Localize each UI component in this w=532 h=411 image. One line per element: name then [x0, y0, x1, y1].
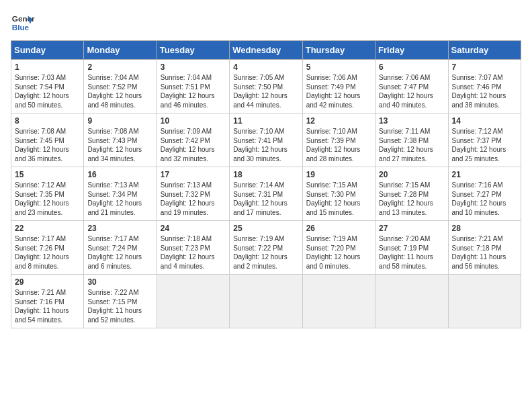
calendar-cell: 30Sunrise: 7:22 AMSunset: 7:15 PMDayligh… — [84, 275, 157, 328]
day-detail: Sunrise: 7:22 AMSunset: 7:15 PMDaylight:… — [87, 289, 142, 324]
day-number: 24 — [161, 224, 226, 233]
day-number: 5 — [306, 62, 372, 72]
day-detail: Sunrise: 7:12 AMSunset: 7:35 PMDaylight:… — [15, 181, 69, 216]
day-detail: Sunrise: 7:13 AMSunset: 7:32 PMDaylight:… — [161, 181, 215, 216]
day-detail: Sunrise: 7:19 AMSunset: 7:20 PMDaylight:… — [306, 235, 361, 270]
day-number: 2 — [87, 62, 153, 72]
day-detail: Sunrise: 7:15 AMSunset: 7:30 PMDaylight:… — [306, 181, 361, 216]
day-header-sunday: Sunday — [11, 41, 84, 60]
calendar-cell: 12Sunrise: 7:10 AMSunset: 7:39 PMDayligh… — [302, 113, 375, 167]
day-detail: Sunrise: 7:06 AMSunset: 7:47 PMDaylight:… — [379, 74, 433, 109]
day-detail: Sunrise: 7:13 AMSunset: 7:34 PMDaylight:… — [87, 181, 142, 216]
day-number: 6 — [379, 62, 445, 72]
day-number: 21 — [452, 170, 518, 179]
day-number: 29 — [15, 277, 81, 287]
calendar-cell: 26Sunrise: 7:19 AMSunset: 7:20 PMDayligh… — [302, 221, 375, 275]
day-detail: Sunrise: 7:04 AMSunset: 7:51 PMDaylight:… — [161, 74, 215, 109]
day-detail: Sunrise: 7:15 AMSunset: 7:28 PMDaylight:… — [379, 181, 433, 216]
day-number: 23 — [87, 224, 153, 233]
calendar-table: SundayMondayTuesdayWednesdayThursdayFrid… — [11, 40, 521, 328]
calendar-cell: 24Sunrise: 7:18 AMSunset: 7:23 PMDayligh… — [157, 221, 229, 275]
logo: General Blue — [11, 11, 35, 35]
calendar-cell: 25Sunrise: 7:19 AMSunset: 7:22 PMDayligh… — [230, 221, 302, 275]
day-number: 1 — [15, 62, 81, 72]
calendar-cell: 28Sunrise: 7:21 AMSunset: 7:18 PMDayligh… — [448, 221, 521, 275]
day-number: 13 — [379, 116, 445, 126]
day-number: 12 — [306, 116, 372, 126]
day-header-thursday: Thursday — [302, 41, 375, 60]
day-detail: Sunrise: 7:21 AMSunset: 7:16 PMDaylight:… — [15, 289, 69, 324]
calendar-cell: 6Sunrise: 7:06 AMSunset: 7:47 PMDaylight… — [375, 60, 448, 113]
calendar-cell: 11Sunrise: 7:10 AMSunset: 7:41 PMDayligh… — [230, 113, 302, 167]
calendar-cell: 8Sunrise: 7:08 AMSunset: 7:45 PMDaylight… — [11, 113, 84, 167]
day-number: 19 — [306, 170, 372, 179]
day-number: 15 — [15, 170, 81, 179]
day-detail: Sunrise: 7:10 AMSunset: 7:41 PMDaylight:… — [233, 128, 287, 163]
calendar-cell: 19Sunrise: 7:15 AMSunset: 7:30 PMDayligh… — [302, 167, 375, 221]
day-number: 11 — [233, 116, 299, 126]
calendar-cell — [448, 275, 521, 328]
calendar-cell: 10Sunrise: 7:09 AMSunset: 7:42 PMDayligh… — [157, 113, 229, 167]
day-detail: Sunrise: 7:17 AMSunset: 7:26 PMDaylight:… — [15, 235, 69, 270]
calendar-cell: 7Sunrise: 7:07 AMSunset: 7:46 PMDaylight… — [448, 60, 521, 113]
day-header-saturday: Saturday — [448, 41, 521, 60]
calendar-cell: 23Sunrise: 7:17 AMSunset: 7:24 PMDayligh… — [84, 221, 157, 275]
day-detail: Sunrise: 7:21 AMSunset: 7:18 PMDaylight:… — [452, 235, 506, 270]
day-number: 17 — [161, 170, 226, 179]
day-number: 14 — [452, 116, 518, 126]
logo-icon: General Blue — [11, 11, 35, 35]
calendar-cell: 9Sunrise: 7:08 AMSunset: 7:43 PMDaylight… — [84, 113, 157, 167]
day-number: 25 — [233, 224, 299, 233]
calendar-cell: 29Sunrise: 7:21 AMSunset: 7:16 PMDayligh… — [11, 275, 84, 328]
calendar-cell: 13Sunrise: 7:11 AMSunset: 7:38 PMDayligh… — [375, 113, 448, 167]
day-number: 4 — [233, 62, 299, 72]
day-number: 10 — [161, 116, 226, 126]
day-number: 27 — [379, 224, 445, 233]
calendar-cell: 22Sunrise: 7:17 AMSunset: 7:26 PMDayligh… — [11, 221, 84, 275]
day-detail: Sunrise: 7:19 AMSunset: 7:22 PMDaylight:… — [233, 235, 287, 270]
day-detail: Sunrise: 7:17 AMSunset: 7:24 PMDaylight:… — [87, 235, 142, 270]
day-detail: Sunrise: 7:07 AMSunset: 7:46 PMDaylight:… — [452, 74, 506, 109]
calendar-cell: 17Sunrise: 7:13 AMSunset: 7:32 PMDayligh… — [157, 167, 229, 221]
day-number: 8 — [15, 116, 81, 126]
calendar-cell: 20Sunrise: 7:15 AMSunset: 7:28 PMDayligh… — [375, 167, 448, 221]
day-detail: Sunrise: 7:05 AMSunset: 7:50 PMDaylight:… — [233, 74, 287, 109]
calendar-cell: 3Sunrise: 7:04 AMSunset: 7:51 PMDaylight… — [157, 60, 229, 113]
calendar-cell: 1Sunrise: 7:03 AMSunset: 7:54 PMDaylight… — [11, 60, 84, 113]
calendar-cell: 14Sunrise: 7:12 AMSunset: 7:37 PMDayligh… — [448, 113, 521, 167]
day-number: 26 — [306, 224, 372, 233]
calendar-cell — [157, 275, 229, 328]
calendar-cell: 4Sunrise: 7:05 AMSunset: 7:50 PMDaylight… — [230, 60, 302, 113]
day-detail: Sunrise: 7:08 AMSunset: 7:45 PMDaylight:… — [15, 128, 69, 163]
day-number: 22 — [15, 224, 81, 233]
day-detail: Sunrise: 7:16 AMSunset: 7:27 PMDaylight:… — [452, 181, 506, 216]
day-detail: Sunrise: 7:18 AMSunset: 7:23 PMDaylight:… — [161, 235, 215, 270]
calendar-cell — [302, 275, 375, 328]
calendar-cell: 21Sunrise: 7:16 AMSunset: 7:27 PMDayligh… — [448, 167, 521, 221]
day-number: 7 — [452, 62, 518, 72]
day-number: 9 — [87, 116, 153, 126]
svg-text:Blue: Blue — [12, 23, 30, 32]
day-detail: Sunrise: 7:14 AMSunset: 7:31 PMDaylight:… — [233, 181, 287, 216]
day-detail: Sunrise: 7:20 AMSunset: 7:19 PMDaylight:… — [379, 235, 433, 270]
day-number: 18 — [233, 170, 299, 179]
calendar-cell: 5Sunrise: 7:06 AMSunset: 7:49 PMDaylight… — [302, 60, 375, 113]
day-header-tuesday: Tuesday — [157, 41, 229, 60]
day-detail: Sunrise: 7:03 AMSunset: 7:54 PMDaylight:… — [15, 74, 69, 109]
calendar-cell — [230, 275, 302, 328]
day-detail: Sunrise: 7:10 AMSunset: 7:39 PMDaylight:… — [306, 128, 361, 163]
header: General Blue — [11, 11, 521, 35]
day-number: 28 — [452, 224, 518, 233]
calendar-cell — [375, 275, 448, 328]
day-header-wednesday: Wednesday — [230, 41, 302, 60]
day-detail: Sunrise: 7:04 AMSunset: 7:52 PMDaylight:… — [87, 74, 142, 109]
day-number: 20 — [379, 170, 445, 179]
calendar-cell: 2Sunrise: 7:04 AMSunset: 7:52 PMDaylight… — [84, 60, 157, 113]
day-detail: Sunrise: 7:06 AMSunset: 7:49 PMDaylight:… — [306, 74, 361, 109]
calendar-cell: 15Sunrise: 7:12 AMSunset: 7:35 PMDayligh… — [11, 167, 84, 221]
day-header-friday: Friday — [375, 41, 448, 60]
day-number: 16 — [87, 170, 153, 179]
calendar-cell: 27Sunrise: 7:20 AMSunset: 7:19 PMDayligh… — [375, 221, 448, 275]
calendar-cell: 16Sunrise: 7:13 AMSunset: 7:34 PMDayligh… — [84, 167, 157, 221]
day-detail: Sunrise: 7:09 AMSunset: 7:42 PMDaylight:… — [161, 128, 215, 163]
